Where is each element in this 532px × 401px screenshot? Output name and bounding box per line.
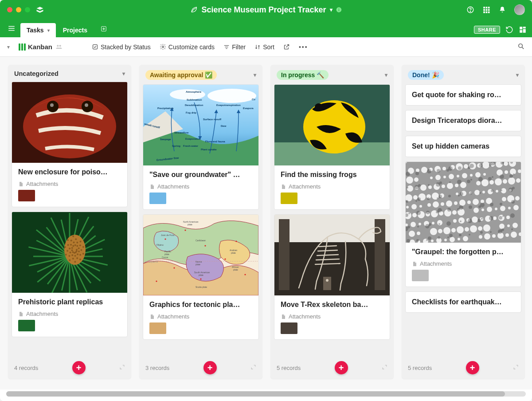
svg-point-369: [416, 211, 421, 215]
svg-point-184: [502, 197, 506, 201]
fullscreen-window-button[interactable]: [25, 7, 30, 12]
column-body[interactable]: New enclosure for poiso…Attachments Preh…: [8, 82, 131, 358]
add-card-button[interactable]: +: [203, 361, 217, 374]
svg-point-326: [447, 236, 449, 238]
workspace-title-group[interactable]: Science Museum Project Tracker ▾: [190, 5, 342, 15]
board-name-group[interactable]: Kanban: [19, 43, 63, 51]
views-dropdown-icon[interactable]: ▾: [7, 44, 10, 50]
kanban-card[interactable]: Find the missing frogsAttachments: [274, 84, 390, 210]
kanban-card[interactable]: "Graupel: the forgotten p…Attachments: [405, 161, 521, 287]
tab-tasks[interactable]: Tasks ▾: [20, 23, 56, 37]
card-cover-image: [12, 82, 127, 163]
svg-point-201: [441, 202, 444, 206]
svg-point-290: [458, 238, 460, 240]
filter-button[interactable]: Filter: [223, 43, 246, 51]
sidebar-toggle-button[interactable]: [5, 22, 18, 35]
tab-projects[interactable]: Projects: [57, 23, 94, 37]
share-button[interactable]: SHARE: [474, 26, 500, 34]
kanban-card[interactable]: Atmosphere Sublimation Desublimation Eva…: [143, 84, 259, 210]
more-menu-button[interactable]: •••: [299, 43, 308, 51]
add-card-button[interactable]: +: [466, 361, 479, 374]
expand-column-icon[interactable]: [513, 364, 519, 371]
card-attachments-row[interactable]: Attachments: [281, 313, 383, 320]
people-icon[interactable]: [55, 43, 63, 51]
svg-point-351: [427, 197, 430, 200]
kanban-column: Awaiting approval ✅▾ Atmosphere Sublimat…: [139, 65, 262, 379]
svg-point-186: [433, 201, 439, 208]
column-menu-icon[interactable]: ▾: [385, 72, 387, 78]
svg-point-239: [411, 222, 416, 227]
svg-point-385: [459, 205, 463, 210]
kanban-card[interactable]: Prehistoric plant replicasAttachments: [12, 212, 128, 337]
card-attachments-row[interactable]: Attachments: [18, 311, 121, 317]
attachment-thumbnail[interactable]: [149, 193, 166, 204]
kanban-card[interactable]: Pacificplate South Americanplate African…: [143, 214, 259, 340]
kanban-card[interactable]: Design Triceratops diora…: [405, 110, 521, 131]
kanban-card[interactable]: Get quote for shaking ro…: [405, 84, 521, 106]
attachment-thumbnail[interactable]: [18, 320, 35, 331]
kanban-card[interactable]: New enclosure for poiso…Attachments: [12, 82, 128, 207]
card-attachments-row[interactable]: Attachments: [281, 183, 383, 190]
close-window-button[interactable]: [7, 7, 12, 12]
svg-point-291: [481, 200, 484, 203]
user-avatar[interactable]: [514, 4, 525, 15]
card-title: Find the missing frogs: [281, 171, 383, 179]
column-header[interactable]: Done! 🎉▾: [402, 65, 525, 84]
column-body[interactable]: Get quote for shaking ro…Design Tricerat…: [402, 84, 525, 358]
column-header[interactable]: Uncategorized▾: [8, 65, 131, 82]
column-menu-icon[interactable]: ▾: [516, 72, 519, 78]
svg-point-360: [479, 164, 483, 167]
customize-cards-button[interactable]: Customize cards: [160, 43, 215, 51]
minimize-window-button[interactable]: [16, 7, 21, 12]
expand-column-icon[interactable]: [250, 364, 256, 371]
add-card-button[interactable]: +: [72, 361, 86, 374]
history-icon[interactable]: [505, 26, 513, 34]
add-card-button[interactable]: +: [335, 361, 348, 374]
svg-rect-165: [279, 219, 289, 290]
svg-point-225: [428, 185, 432, 189]
share-view-button[interactable]: [283, 43, 290, 50]
attachment-thumbnail[interactable]: [281, 322, 297, 334]
column-header[interactable]: Awaiting approval ✅▾: [139, 65, 262, 84]
add-tab-button[interactable]: [96, 26, 111, 34]
column-menu-icon[interactable]: ▾: [122, 71, 125, 77]
horizontal-scrollbar[interactable]: [6, 391, 526, 397]
kanban-card[interactable]: Set up hidden cameras: [405, 136, 521, 157]
kanban-board[interactable]: Uncategorized▾ New enclosure for poiso…A…: [0, 57, 532, 389]
column-body[interactable]: Atmosphere Sublimation Desublimation Eva…: [139, 84, 262, 358]
attachment-thumbnail[interactable]: [18, 190, 35, 201]
column-menu-icon[interactable]: ▾: [254, 72, 256, 78]
attachment-thumbnail[interactable]: [412, 270, 429, 281]
column-header[interactable]: In progress 🔨▾: [270, 65, 394, 84]
card-attachments-row[interactable]: Attachments: [149, 183, 252, 190]
kanban-column: In progress 🔨▾ Find the missing frogsAtt…: [270, 65, 394, 379]
help-icon[interactable]: [466, 6, 474, 14]
blocks-icon[interactable]: [519, 26, 527, 34]
card-attachments-row[interactable]: Attachments: [18, 181, 121, 187]
kanban-card[interactable]: Checklists for earthquak…: [405, 291, 521, 313]
svg-point-88: [79, 244, 81, 246]
attachment-thumbnail[interactable]: [281, 193, 297, 204]
info-icon[interactable]: [336, 7, 342, 13]
column-body[interactable]: Find the missing frogsAttachments Move T…: [270, 84, 394, 358]
svg-point-267: [493, 216, 497, 220]
search-button[interactable]: [517, 43, 525, 51]
sort-icon: [254, 44, 261, 50]
expand-column-icon[interactable]: [382, 364, 387, 371]
card-attachments-row[interactable]: Attachments: [149, 313, 252, 320]
attachment-thumbnail[interactable]: [149, 322, 166, 334]
svg-point-77: [76, 245, 78, 247]
svg-point-275: [450, 237, 455, 242]
svg-point-258: [511, 232, 517, 238]
scrollbar-thumb[interactable]: [6, 391, 505, 397]
chevron-down-icon[interactable]: ▾: [47, 28, 50, 33]
svg-point-357: [500, 174, 504, 179]
expand-column-icon[interactable]: [119, 364, 125, 371]
kanban-card[interactable]: Move T-Rex skeleton ba…Attachments: [274, 214, 390, 340]
bell-icon[interactable]: [498, 6, 506, 14]
stacked-by-button[interactable]: Stacked by Status: [92, 43, 151, 51]
document-icon: [412, 261, 417, 267]
card-attachments-row[interactable]: Attachments: [412, 260, 515, 267]
sort-button[interactable]: Sort: [254, 43, 274, 51]
apps-grid-icon[interactable]: [482, 6, 490, 14]
